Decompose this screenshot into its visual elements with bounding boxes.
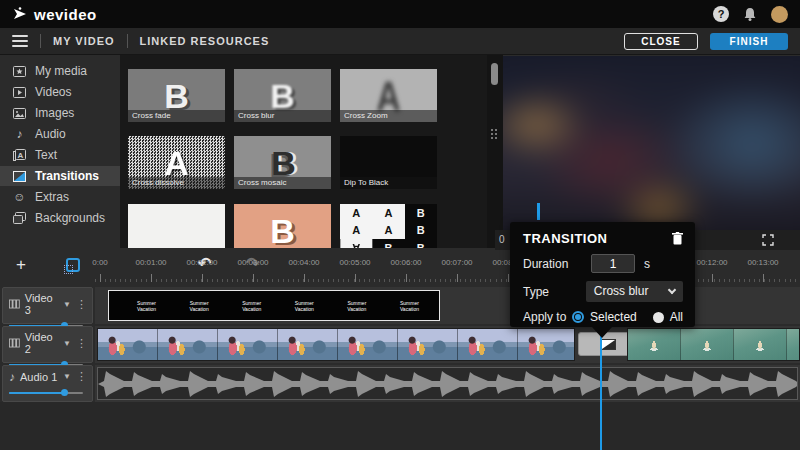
sidebar-item-label: Images (35, 106, 74, 120)
svg-text:A: A (18, 151, 24, 160)
timeline-background (0, 402, 800, 450)
clip-thumbnail (787, 329, 800, 360)
transitions-icon (13, 170, 26, 183)
transition-card-row3-3[interactable]: A A B A A B A B B (340, 204, 437, 248)
menu-linked-resources[interactable]: LINKED RESOURCES (140, 35, 270, 47)
transition-card-label: Dip To Black (340, 177, 437, 189)
chevron-down-icon[interactable]: ▼ (63, 372, 71, 381)
radio-off-icon (653, 312, 664, 323)
track-header-video2[interactable]: Video 2 ▼ ⋮ (2, 326, 93, 363)
help-icon[interactable]: ? (713, 6, 729, 22)
chevron-down-icon[interactable]: ▼ (63, 339, 71, 348)
clip-thumbnail (681, 329, 734, 360)
track-menu-icon[interactable]: ⋮ (76, 298, 87, 311)
transition-card-cross-fade[interactable]: B Cross fade (128, 69, 225, 122)
transition-clip-icon (601, 339, 616, 350)
type-select-value: Cross blur (594, 284, 649, 298)
finish-button[interactable]: FINISH (710, 33, 788, 50)
duration-unit: s (644, 257, 650, 271)
panel-gutter (487, 55, 503, 248)
grid-cell: A (340, 239, 372, 248)
video-preview[interactable] (503, 56, 800, 230)
track-lane-video2[interactable] (95, 326, 800, 363)
track-header-video3[interactable]: Video 3 ▼ ⋮ (2, 287, 93, 324)
wevideo-logo[interactable]: wevideo (12, 6, 97, 23)
sidebar-item-text[interactable]: A Text (0, 145, 120, 165)
transition-card-dip-to-black[interactable]: Dip To Black (340, 136, 437, 189)
sidebar-item-videos[interactable]: Videos (0, 82, 120, 102)
hamburger-menu-icon[interactable] (12, 35, 28, 47)
text-clip-summer-vacation[interactable]: SummerVacation SummerVacation SummerVaca… (108, 290, 440, 321)
preview-timecode: 0 (499, 234, 505, 245)
clip-title-thumb: SummerVacation (137, 300, 156, 312)
transition-card-row3-1[interactable] (128, 204, 225, 248)
transition-popup: TRANSITION Duration s Type Cross blur Ap… (510, 222, 695, 327)
top-bar: wevideo ? (0, 0, 800, 28)
clip-thumbnail (278, 329, 338, 360)
sidebar-item-label: Extras (35, 190, 69, 204)
duration-input[interactable] (591, 254, 635, 273)
clip-thumbnail (398, 329, 458, 360)
sidebar-item-transitions[interactable]: Transitions (0, 166, 120, 186)
add-track-button[interactable]: + (16, 256, 26, 273)
media-sidebar: My media Videos Images ♪ Audio A Text Tr… (0, 55, 120, 248)
apply-to-label: Apply to (523, 310, 572, 324)
ruler-label: 00:05:00 (339, 258, 370, 267)
sidebar-item-label: Backgrounds (35, 211, 105, 225)
video-clip-surf[interactable] (627, 328, 800, 361)
clip-thumbnail (158, 329, 218, 360)
clip-thumbnail (458, 329, 518, 360)
transition-card-label: Cross blur (234, 110, 331, 122)
transition-card-label: Cross mosaic (234, 177, 331, 189)
transition-card-cross-mosaic[interactable]: B Cross mosaic (234, 136, 331, 189)
track-name: Video 2 (25, 331, 58, 355)
transition-type-select[interactable]: Cross blur (586, 281, 683, 302)
track-volume-slider[interactable] (9, 389, 87, 397)
audio-clip[interactable] (97, 367, 798, 400)
clip-thumbnail (218, 329, 278, 360)
bell-icon[interactable] (743, 7, 757, 22)
sidebar-item-audio[interactable]: ♪ Audio (0, 124, 120, 144)
user-avatar[interactable] (771, 6, 788, 23)
track-menu-icon[interactable]: ⋮ (76, 370, 87, 383)
sidebar-item-label: Text (35, 148, 57, 162)
sidebar-item-backgrounds[interactable]: Backgrounds (0, 208, 120, 228)
duration-label: Duration (523, 257, 591, 271)
sidebar-item-extras[interactable]: ☺ Extras (0, 187, 120, 207)
grid-cell: B (405, 239, 437, 248)
sidebar-item-my-media[interactable]: My media (0, 61, 120, 81)
scrollbar-thumb[interactable] (491, 63, 498, 85)
panel-resize-handle[interactable] (491, 129, 497, 139)
ruler-label: 00:13:00 (747, 258, 778, 267)
radio-selected[interactable]: Selected (572, 310, 637, 324)
sidebar-item-images[interactable]: Images (0, 103, 120, 123)
type-label: Type (523, 285, 586, 299)
transition-card-cross-blur[interactable]: B Cross blur (234, 69, 331, 122)
transition-card-row3-2[interactable]: B (234, 204, 331, 248)
menu-bar: MY VIDEO LINKED RESOURCES CLOSE FINISH (0, 28, 800, 55)
transitions-panel: B Cross fade B Cross blur A Cross Zoom A… (120, 55, 487, 248)
track-menu-icon[interactable]: ⋮ (76, 337, 87, 350)
track-name: Audio 1 (20, 371, 58, 383)
close-button[interactable]: CLOSE (624, 33, 698, 50)
video-clip-beach[interactable] (97, 328, 575, 361)
transition-card-cross-zoom[interactable]: A Cross Zoom (340, 69, 437, 122)
track-lane-audio1[interactable] (95, 365, 800, 402)
ruler-label: 00:04:00 (288, 258, 319, 267)
wevideo-logo-icon (12, 6, 28, 22)
radio-all[interactable]: All (653, 310, 683, 324)
playhead[interactable] (600, 330, 602, 450)
transition-preview-letter: B (234, 204, 331, 248)
menu-my-video[interactable]: MY VIDEO (53, 35, 115, 47)
transition-card-cross-dissolve[interactable]: A Cross dissolve (128, 136, 225, 189)
images-icon (13, 107, 26, 120)
chevron-down-icon[interactable]: ▼ (63, 300, 71, 309)
videos-icon (13, 86, 26, 99)
extras-icon: ☺ (13, 191, 26, 204)
backgrounds-icon (13, 212, 26, 225)
delete-transition-icon[interactable] (672, 232, 683, 245)
track-header-audio1[interactable]: ♪ Audio 1 ▼ ⋮ (2, 365, 93, 402)
my-media-icon (13, 65, 26, 78)
fullscreen-icon[interactable] (762, 234, 774, 246)
select-tool-icon[interactable] (66, 258, 80, 272)
